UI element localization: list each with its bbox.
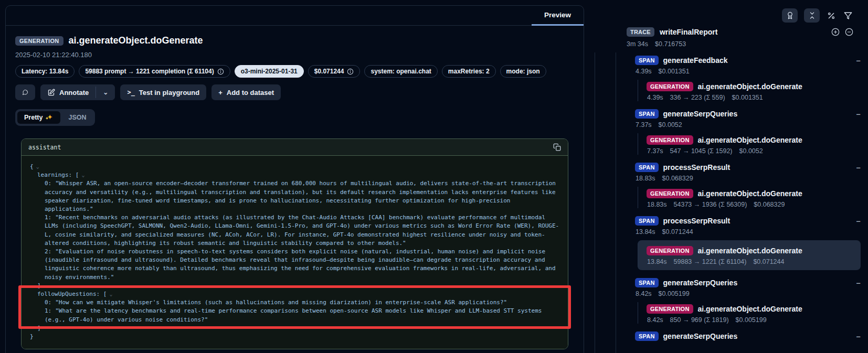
token-usage-badge[interactable]: 59883 prompt → 1221 completion (Σ 61104) — [79, 65, 230, 78]
annotate-dropdown-button[interactable]: ⌄ — [96, 84, 115, 100]
collapse-row-icon[interactable]: − — [856, 217, 861, 225]
tree-guide-line — [616, 52, 616, 353]
add-to-dataset-button[interactable]: + Add to dataset — [211, 84, 281, 100]
annotate-pen-icon — [47, 89, 55, 97]
comment-icon — [22, 88, 28, 97]
annotation-queue-icon[interactable] — [782, 8, 798, 23]
trace-metrics: 3m 34s$0.716753 — [627, 40, 686, 48]
trace-tree-panel: TRACE writeFinalReport 3m 34s$0.716753 S… — [590, 0, 868, 353]
observation-detail-panel: Preview GENERATION ai.generateObject.doG… — [5, 5, 584, 353]
message-role-label: assistant — [28, 144, 61, 151]
observation-type-badge: GENERATION — [15, 36, 63, 46]
chevron-down-icon: ⌄ — [103, 89, 108, 95]
trace-badge: TRACE — [627, 27, 654, 37]
max-retries-badge: maxRetries: 2 — [442, 65, 496, 78]
followup-section: followUpQuestions: [⌄ 0:"How can we miti… — [30, 290, 560, 333]
span-row[interactable]: SPAN generateSerpQueries − — [635, 108, 861, 120]
model-badge[interactable]: o3-mini-2025-01-31 — [235, 65, 304, 78]
toggle-json[interactable]: JSON — [61, 111, 93, 124]
learning-item: 1:"Recent benchmarks on adversarial audi… — [30, 213, 560, 248]
collapse-all-icon[interactable] — [845, 28, 853, 36]
collapse-row-icon[interactable]: − — [856, 110, 861, 118]
generation-row[interactable]: GENERATION ai.generateObject.doGenerate — [647, 303, 861, 315]
tab-preview[interactable]: Preview — [532, 6, 584, 26]
copy-icon[interactable] — [553, 143, 561, 151]
collapse-row-icon[interactable]: − — [856, 333, 861, 340]
observation-timestamp: 2025-02-10 21:22:40.180 — [15, 51, 574, 59]
view-toggle: Pretty ✦✦ JSON — [15, 109, 95, 126]
terminal-icon: >_ — [127, 89, 134, 96]
assistant-message-panel: assistant {⌄ learnings: [⌄ 0:"Whisper AS… — [21, 138, 568, 349]
test-in-playground-button[interactable]: >_ Test in playground — [120, 84, 206, 100]
info-icon — [347, 68, 354, 75]
cost-badge[interactable]: $0.071244 — [308, 65, 361, 78]
span-row[interactable]: SPAN generateSerpQueries − — [635, 330, 861, 342]
selected-generation[interactable]: GENERATION ai.generateObject.doGenerate … — [638, 240, 861, 270]
info-icon — [217, 68, 224, 75]
collapse-row-icon[interactable]: − — [856, 279, 861, 287]
collapse-chevron-icon[interactable]: ⌄ — [109, 291, 112, 297]
learning-item: 2:"Evaluation of noise robustness in spe… — [30, 248, 560, 282]
collapse-row-icon[interactable]: − — [856, 164, 861, 172]
generation-row[interactable]: GENERATION ai.generateObject.doGenerate — [647, 134, 861, 146]
observation-content: GENERATION ai.generateObject.doGenerate … — [6, 26, 584, 349]
learning-item: 0:"Whisper ASR, an open-source encoder–d… — [30, 179, 560, 213]
followup-item: 1:"What are the latency benchmarks and r… — [30, 307, 560, 324]
latency-badge: Latency: 13.84s — [15, 65, 75, 78]
metadata-badges: Latency: 13.84s 59883 prompt → 1221 comp… — [15, 65, 574, 78]
toggle-pretty[interactable]: Pretty ✦✦ — [17, 111, 60, 124]
expand-all-icon[interactable] — [831, 28, 840, 36]
percent-toggle-icon[interactable] — [826, 12, 837, 20]
mode-badge: mode: json — [500, 65, 546, 78]
page-title: ai.generateObject.doGenerate — [69, 35, 203, 46]
collapse-chevron-icon[interactable]: ⌄ — [81, 172, 84, 178]
generation-row[interactable]: GENERATION ai.generateObject.doGenerate — [647, 81, 861, 92]
tree-guide-line — [595, 52, 595, 353]
span-row[interactable]: SPAN processSerpResult − — [635, 162, 861, 173]
assistant-message-body: {⌄ learnings: [⌄ 0:"Whisper ASR, an open… — [22, 156, 568, 349]
system-badge: system: openai.chat — [364, 65, 437, 78]
span-row[interactable]: SPAN generateSerpQueries − — [635, 277, 861, 288]
tab-bar: Preview — [6, 6, 584, 26]
annotate-button[interactable]: Annotate — [40, 84, 96, 100]
sparkles-icon: ✦✦ — [46, 114, 54, 121]
filter-icon[interactable] — [843, 12, 853, 20]
trace-tree: SPAN generateFeedback − 4.39s$0.001351 G… — [590, 52, 868, 353]
generation-row[interactable]: GENERATION ai.generateObject.doGenerate — [647, 245, 854, 256]
plus-icon: + — [218, 89, 223, 97]
span-row[interactable]: SPAN generateFeedback − — [635, 55, 861, 66]
generation-row[interactable]: GENERATION ai.generateObject.doGenerate — [647, 188, 861, 199]
trace-name: writeFinalReport — [660, 28, 717, 36]
collapse-row-icon[interactable]: − — [856, 57, 861, 65]
annotate-split-button: Annotate ⌄ — [40, 84, 115, 100]
collapse-chevron-icon[interactable]: ⌄ — [36, 164, 39, 169]
followup-item: 0:"How can we mitigate Whisper's limitat… — [30, 298, 560, 307]
collapse-panel-icon[interactable] — [804, 8, 820, 23]
comment-button[interactable] — [15, 84, 35, 100]
span-row[interactable]: SPAN processSerpResult − — [635, 215, 861, 227]
trace-root-row[interactable]: TRACE writeFinalReport — [627, 27, 853, 37]
